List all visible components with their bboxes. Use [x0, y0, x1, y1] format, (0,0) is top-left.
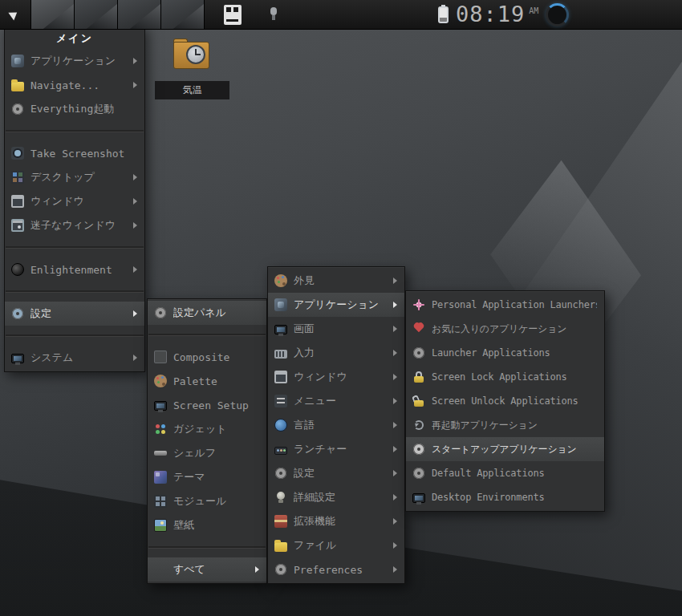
menu-item-screen-unlock-applications[interactable]: Screen Unlock Applications: [406, 389, 604, 413]
menu-item-input[interactable]: 入力: [268, 341, 404, 365]
submenu-arrow-icon: [393, 494, 397, 500]
pager-desk-2[interactable]: [74, 0, 117, 29]
folder-icon: [11, 82, 24, 91]
shelf-icon: [154, 447, 167, 460]
pager-desk-4[interactable]: [160, 0, 204, 29]
menu-item-look[interactable]: 外見: [268, 269, 404, 293]
menu-item-label: テーマ: [173, 470, 259, 484]
language-globe-icon: [274, 419, 287, 432]
submenu-arrow-icon: [393, 374, 397, 380]
menu-item-screen-lock-applications[interactable]: Screen Lock Applications: [406, 365, 604, 389]
menu-item-desktop-environments[interactable]: Desktop Environments: [406, 485, 604, 509]
menu-item-personal-application-launchers[interactable]: Personal Application Launchers: [406, 293, 604, 317]
top-shelf: 08:19 AM: [0, 0, 682, 30]
menu-item-startup-applications[interactable]: スタートアップアプリケーション: [406, 437, 604, 461]
menu-item-label: Personal Application Launchers: [432, 299, 597, 310]
menu-item-applications[interactable]: アプリケーション: [5, 49, 144, 73]
menu-item-label: Everything起動: [30, 102, 137, 116]
all-settings-submenu: 外見 アプリケーション 画面 入力 ウィンドウ メニュー: [267, 266, 405, 584]
palette-icon: [154, 375, 167, 387]
menu-item-label: 設定: [30, 306, 127, 321]
menu-item-settings-category[interactable]: 設定: [268, 461, 404, 485]
menu-item-label: 外見: [294, 274, 387, 288]
desktop-monitor-icon: [412, 493, 425, 503]
menu-item-label: アプリケーション: [30, 54, 127, 68]
menu-item-all-settings[interactable]: すべて: [148, 557, 266, 582]
menu-item-screen[interactable]: 画面: [268, 317, 404, 341]
menu-item-language[interactable]: 言語: [268, 413, 404, 437]
menu-item-label: Enlightenment: [30, 264, 127, 276]
desktop-root: 08:19 AM 気温 メイン アプリケーション Navigate... Eve…: [0, 0, 682, 616]
enlightenment-logo-icon: [11, 263, 24, 276]
menu-item-label: Screen Setup: [173, 399, 259, 411]
menu-item-label: Default Applications: [432, 468, 597, 479]
menu-item-applications-category[interactable]: アプリケーション: [268, 293, 404, 317]
menu-title: メイン: [5, 28, 144, 49]
menu-item-label: ウィンドウ: [30, 194, 127, 209]
main-menu: メイン アプリケーション Navigate... Everything起動 Ta…: [4, 26, 145, 372]
menu-item-take-screenshot[interactable]: Take Screenshot: [5, 141, 144, 165]
lock-icon: [412, 371, 425, 383]
menu-item-label: スタートアップアプリケーション: [432, 443, 597, 456]
microphone-tray-icon[interactable]: [269, 7, 278, 22]
menu-item-extensions[interactable]: 拡張機能: [268, 509, 404, 533]
menu-item-modules[interactable]: モジュール: [148, 489, 266, 513]
keyboard-tray-icon[interactable]: [224, 5, 242, 25]
menu-item-menus[interactable]: メニュー: [268, 389, 404, 413]
submenu-arrow-icon: [133, 174, 137, 180]
launchers-star-icon: [412, 298, 425, 311]
heart-icon: [412, 322, 425, 335]
settings-gear-icon: [11, 307, 24, 320]
menu-item-palette[interactable]: Palette: [148, 369, 266, 393]
gear-icon: [11, 103, 24, 116]
menu-item-files[interactable]: ファイル: [268, 533, 404, 557]
menu-item-composite[interactable]: Composite: [148, 345, 266, 369]
pager-desk-3[interactable]: [117, 0, 160, 29]
screenshot-icon: [11, 147, 24, 160]
menu-item-launcher-applications[interactable]: Launcher Applications: [406, 341, 604, 365]
menu-item-windows[interactable]: ウィンドウ: [5, 189, 144, 213]
menu-item-gadgets[interactable]: ガジェット: [148, 417, 266, 441]
menu-item-label: シェルフ: [173, 446, 259, 460]
menu-item-wallpaper[interactable]: 壁紙: [148, 513, 266, 537]
window-icon: [274, 371, 287, 383]
menu-item-label: モジュール: [173, 494, 259, 509]
applications-submenu: Personal Application Launchers お気に入りのアプリ…: [405, 290, 605, 512]
menu-item-theme[interactable]: テーマ: [148, 465, 266, 489]
menu-item-run-everything[interactable]: Everything起動: [5, 97, 144, 121]
menu-item-navigate[interactable]: Navigate...: [5, 73, 144, 97]
desktop-folder-icon[interactable]: [173, 38, 209, 69]
menu-item-label: Screen Unlock Applications: [432, 395, 597, 407]
menu-item-preferences[interactable]: Preferences: [268, 557, 404, 582]
menu-item-label: 迷子なウィンドウ: [30, 218, 127, 233]
monitor-icon: [154, 401, 167, 411]
menu-item-label: メニュー: [294, 394, 387, 408]
palette-icon: [274, 274, 287, 287]
menu-item-label: 入力: [294, 346, 387, 360]
menu-item-shelf[interactable]: シェルフ: [148, 441, 266, 465]
menu-item-label: Launcher Applications: [432, 347, 597, 359]
menu-item-favorite-applications[interactable]: お気に入りのアプリケーション: [406, 317, 604, 341]
menu-item-windows-category[interactable]: ウィンドウ: [268, 365, 404, 389]
start-menu-button[interactable]: [3, 0, 24, 29]
menu-item-system[interactable]: システム: [5, 346, 144, 370]
menu-item-label: Take Screenshot: [30, 148, 137, 160]
submenu-arrow-icon: [393, 542, 397, 549]
menu-list-icon: [274, 395, 287, 407]
pager-desk-1[interactable]: [30, 0, 74, 29]
gear-icon: [274, 467, 287, 480]
menu-item-restart-applications[interactable]: 再起動アプリケーション: [406, 413, 604, 437]
menu-item-label: アプリケーション: [294, 298, 387, 312]
menu-item-settings[interactable]: 設定: [5, 302, 144, 326]
menu-item-launcher[interactable]: ランチャー: [268, 437, 404, 461]
menu-item-desktop[interactable]: デスクトップ: [5, 165, 144, 189]
menu-item-settings-panel[interactable]: 設定パネル: [148, 301, 266, 325]
submenu-arrow-icon: [393, 566, 397, 573]
submenu-arrow-icon: [133, 355, 137, 361]
menu-item-default-applications[interactable]: Default Applications: [406, 461, 604, 485]
menu-item-lost-windows[interactable]: 迷子なウィンドウ: [5, 213, 144, 237]
menu-item-enlightenment[interactable]: Enlightenment: [5, 257, 144, 282]
menu-item-advanced[interactable]: 詳細設定: [268, 485, 404, 509]
launcher-icon: [274, 447, 287, 455]
menu-item-screen-setup[interactable]: Screen Setup: [148, 393, 266, 417]
